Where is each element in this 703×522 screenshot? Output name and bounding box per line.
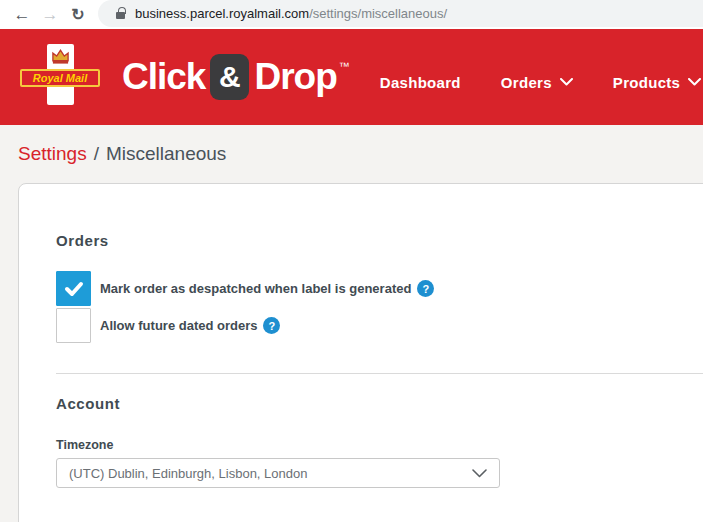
forward-icon[interactable]: → (36, 2, 64, 28)
main-nav: Dashboard Orders Products Reports (380, 74, 703, 91)
nav-item-orders[interactable]: Orders (501, 74, 573, 91)
nav-label: Orders (501, 74, 552, 91)
chevron-down-icon (560, 78, 573, 86)
lock-icon (116, 12, 125, 19)
nav-label: Products (613, 74, 680, 91)
logo-text: Royal Mail (33, 72, 87, 84)
orders-section-title: Orders (56, 232, 703, 249)
breadcrumb-separator: / (94, 143, 99, 165)
app-header: Royal Mail Click & Drop ™ Dashboard Orde… (0, 29, 703, 125)
brand-clickdrop: Click & Drop ™ (122, 54, 350, 100)
url-host: business.parcel.royalmail.com (135, 6, 309, 21)
account-section-title: Account (56, 395, 703, 412)
section-divider (56, 373, 703, 374)
crown-icon (51, 47, 70, 65)
nav-label: Dashboard (380, 74, 461, 91)
trademark-symbol: ™ (339, 60, 350, 72)
option-label: Mark order as despatched when label is g… (100, 281, 411, 296)
settings-card: Orders Mark order as despatched when lab… (18, 183, 703, 522)
logo-banner: Royal Mail (20, 69, 100, 87)
option-row-despatched: Mark order as despatched when label is g… (56, 271, 703, 306)
address-bar[interactable]: business.parcel.royalmail.com/settings/m… (98, 0, 703, 27)
back-icon[interactable]: ← (8, 2, 36, 28)
timezone-select[interactable]: (UTC) Dublin, Edinburgh, Lisbon, London (56, 458, 500, 488)
breadcrumb-settings-link[interactable]: Settings (18, 143, 87, 165)
nav-item-products[interactable]: Products (613, 74, 701, 91)
url-path: /settings/miscellaneous/ (309, 6, 447, 21)
option-row-future-dated: Allow future dated orders ? (56, 308, 703, 343)
orders-options: Mark order as despatched when label is g… (56, 271, 703, 343)
help-icon[interactable]: ? (417, 280, 434, 297)
option-label: Allow future dated orders (100, 318, 257, 333)
brand-word-click: Click (122, 56, 205, 98)
chevron-down-icon (688, 78, 701, 86)
url-text: business.parcel.royalmail.com/settings/m… (135, 6, 447, 21)
breadcrumb: Settings / Miscellaneous (0, 125, 703, 183)
checkbox-mark-despatched[interactable] (56, 271, 91, 306)
page-content: Orders Mark order as despatched when lab… (0, 183, 703, 522)
reload-icon[interactable]: ↻ (64, 2, 92, 28)
nav-item-dashboard[interactable]: Dashboard (380, 74, 461, 91)
brand-word-drop: Drop (254, 56, 336, 98)
browser-toolbar: ← → ↻ business.parcel.royalmail.com/sett… (0, 0, 703, 29)
checkbox-future-dated-orders[interactable] (56, 308, 91, 343)
timezone-selected-value: (UTC) Dublin, Edinburgh, Lisbon, London (69, 466, 307, 481)
brand-ampersand-box: & (210, 54, 249, 100)
help-icon[interactable]: ? (263, 317, 280, 334)
checkmark-icon (64, 281, 84, 297)
royal-mail-logo[interactable]: Royal Mail (20, 44, 100, 106)
breadcrumb-current-page: Miscellaneous (106, 143, 226, 165)
chevron-down-icon (472, 469, 487, 478)
timezone-label: Timezone (56, 438, 703, 452)
